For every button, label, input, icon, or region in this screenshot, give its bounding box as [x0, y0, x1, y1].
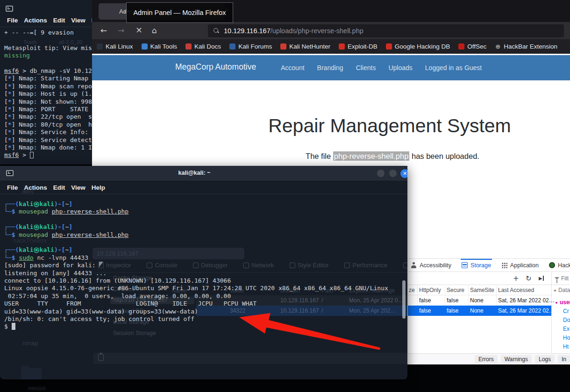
- add-item-icon[interactable]: +: [513, 274, 519, 283]
- cookie-data-root[interactable]: ▼user: [555, 299, 570, 306]
- stop-icon[interactable]: ×: [135, 25, 142, 35]
- kali-desktop: nessus Admin Panel + ← → × ⌂ 10.129.116.…: [0, 0, 570, 392]
- bookmark-item[interactable]: Google Hacking DB: [386, 43, 450, 50]
- bookmark-item[interactable]: Kali Docs: [185, 43, 221, 50]
- devtools-panel: Accessibility Storage Application HackBa…: [408, 258, 570, 364]
- col-secure[interactable]: Secure: [447, 287, 464, 293]
- bookmark-item[interactable]: OffSec: [458, 43, 486, 50]
- forward-icon[interactable]: →: [118, 26, 124, 35]
- devtools-tab-icon: [501, 262, 507, 268]
- bookmark-label: OffSec: [467, 43, 486, 50]
- terminal-menu-item[interactable]: View: [71, 17, 86, 24]
- terminal-titlebar[interactable]: kali@kali: ~ ✕: [0, 166, 407, 181]
- site-nav-link[interactable]: Clients: [356, 64, 376, 71]
- bookmark-icon: [229, 43, 235, 50]
- cookie-table-header: ze HttpOnly Secure SameSite Last Accesse…: [408, 285, 551, 295]
- col-last-accessed[interactable]: Last Accessed: [498, 287, 534, 293]
- terminal-menu-item[interactable]: File: [7, 17, 18, 24]
- ghost-devtools-tab: Memory: [403, 262, 407, 269]
- site-nav-link[interactable]: Account: [281, 64, 305, 71]
- ghost-devtools-tab: Style Editor: [290, 262, 328, 269]
- devtools-tab[interactable]: Application: [500, 259, 540, 272]
- ghost-trash-icon: [98, 354, 104, 361]
- site-navbar: MegaCorp Automotive AccountBrandingClien…: [92, 55, 570, 80]
- cookie-property[interactable]: Cr: [563, 308, 570, 315]
- cookie-row[interactable]: false false None Sat, 26 Mar 2022 02…: [408, 306, 551, 316]
- terminal-scrollbar[interactable]: [402, 280, 406, 319]
- devtools-tab[interactable]: Accessibility: [410, 259, 452, 272]
- bookmark-icon: [339, 43, 345, 50]
- bookmark-item[interactable]: Kali NetHunter: [280, 43, 330, 50]
- refresh-icon[interactable]: ↻: [526, 274, 532, 283]
- col-httponly[interactable]: HttpOnly: [419, 287, 441, 293]
- console-filter-pill[interactable]: Errors: [475, 355, 498, 363]
- col-samesite[interactable]: SameSite: [470, 287, 494, 293]
- ghost-devtools-tab: Debugger: [193, 262, 228, 269]
- devtools-tab-icon: [462, 262, 468, 268]
- cookie-property[interactable]: Ex: [563, 326, 570, 333]
- terminal-menu-item[interactable]: Actions: [24, 184, 47, 191]
- cookie-property[interactable]: Do: [563, 317, 570, 324]
- data-filter-input[interactable]: Filt: [561, 275, 569, 282]
- bookmark-item[interactable]: Kali Tools: [142, 43, 178, 50]
- element-picker-icon: [99, 262, 103, 267]
- msfconsole-terminal-window: FileActionsEditViewHelp Trash all-2.0_20…: [0, 0, 92, 164]
- bookmark-item[interactable]: Exploit-DB: [339, 43, 378, 50]
- maximize-button[interactable]: [389, 170, 397, 177]
- console-filter-pill[interactable]: Logs: [535, 355, 555, 363]
- devtools-tab-label: Accessibility: [420, 262, 451, 269]
- upload-message: The file php-reverse-shell.php has been …: [306, 152, 479, 161]
- ghost-tab-icon: [344, 263, 350, 268]
- terminal-menu-item[interactable]: Edit: [53, 184, 65, 191]
- terminal-menu-item[interactable]: Actions: [24, 17, 47, 24]
- devtools-tab[interactable]: HackBar: [548, 259, 570, 272]
- cookie-property[interactable]: Ho: [563, 335, 570, 342]
- desktop-icon-label-nessus[interactable]: nessus: [28, 385, 46, 392]
- devtools-tab[interactable]: Storage: [461, 259, 492, 272]
- terminal-menu-item[interactable]: Edit: [53, 17, 65, 24]
- devtools-tab-label: Application: [510, 262, 539, 269]
- col-size-cut[interactable]: ze: [409, 287, 415, 293]
- url-bar[interactable]: 10.129.116.167/uploads/php-reverse-shell…: [208, 24, 564, 37]
- bookmark-item[interactable]: ⊕ HackBar Extension: [495, 43, 557, 50]
- close-button[interactable]: ✕: [400, 169, 407, 178]
- terminal-title: kali@kali: ~: [0, 170, 389, 176]
- cookie-row[interactable]: false false None Sat, 26 Mar 2022 02…: [408, 295, 551, 306]
- console-filter-pill[interactable]: Warnings: [501, 355, 532, 363]
- terminal-menu-bar: FileActionsEditViewHelp: [0, 17, 92, 24]
- bookmark-icon: [280, 43, 286, 50]
- site-brand[interactable]: MegaCorp Automotive: [175, 62, 256, 72]
- cell-secure: false: [447, 307, 458, 314]
- console-filter-pill[interactable]: In: [558, 355, 570, 363]
- devtools-tabs: Accessibility Storage Application HackBa…: [408, 259, 570, 272]
- site-nav-link[interactable]: Logged in as Guest: [425, 64, 482, 71]
- minimize-button[interactable]: [377, 170, 385, 177]
- console-filter-bar: ErrorsWarningsLogsIn: [408, 353, 570, 364]
- ghost-tab-icon: [147, 263, 152, 268]
- terminal-window-icon: [6, 6, 13, 12]
- back-icon[interactable]: ←: [100, 26, 107, 35]
- bookmark-icon: [386, 43, 392, 50]
- play-icon[interactable]: ▶: [539, 276, 544, 281]
- site-nav-link[interactable]: Branding: [317, 64, 343, 71]
- menu-divider: [0, 194, 407, 194]
- desktop-folder-icon: [21, 368, 42, 379]
- bookmark-label: Kali NetHunter: [289, 43, 330, 50]
- site-nav-link[interactable]: Uploads: [388, 64, 412, 71]
- bookmark-label: Kali Forums: [238, 43, 272, 50]
- filter-funnel-icon: [555, 277, 559, 280]
- cookie-property[interactable]: Ht: [563, 343, 570, 351]
- terminal-menu-item[interactable]: Help: [92, 17, 92, 24]
- bookmark-item[interactable]: Kali Forums: [229, 43, 272, 50]
- devtools-tab-label: Storage: [470, 262, 491, 269]
- bookmark-item[interactable]: Kali Linux: [97, 43, 133, 50]
- terminal-menu-item[interactable]: View: [71, 184, 86, 191]
- home-icon[interactable]: ⌂: [152, 26, 157, 35]
- bookmark-icon: ⊕: [495, 43, 501, 50]
- terminal-menu-bar: FileActionsEditViewHelp: [0, 184, 407, 191]
- upload-message-prefix: The file: [306, 152, 333, 160]
- ghost-tab-icon: [403, 263, 407, 268]
- terminal-menu-item[interactable]: File: [7, 184, 18, 191]
- bookmarks-bar: Kali Linux Kali Tools Kali Docs Kali For…: [92, 39, 570, 54]
- terminal-menu-item[interactable]: Help: [92, 184, 105, 191]
